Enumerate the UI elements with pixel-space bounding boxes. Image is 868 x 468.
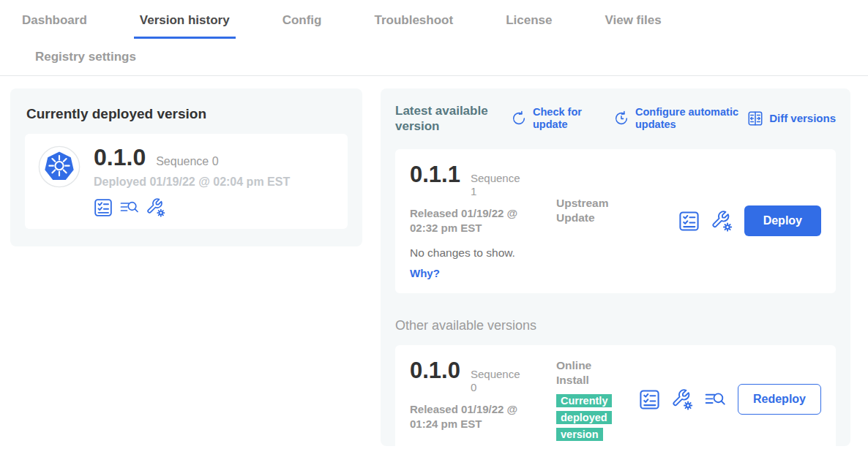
app-root: Dashboard Version history Config Trouble… bbox=[0, 0, 868, 468]
kubernetes-logo-icon bbox=[38, 146, 81, 188]
edit-config-icon[interactable] bbox=[672, 389, 693, 410]
other-versions-title: Other available versions bbox=[395, 318, 836, 333]
latest-version-actions: Deploy bbox=[678, 205, 821, 236]
edit-config-icon[interactable] bbox=[711, 211, 733, 232]
tab-troubleshoot[interactable]: Troubleshoot bbox=[368, 13, 459, 39]
latest-version-source: Upstream Update bbox=[556, 162, 644, 227]
currently-deployed-badge: Currently deployed version bbox=[556, 392, 616, 443]
latest-version-number: 0.1.1 bbox=[410, 162, 460, 187]
deployed-timestamp: Deployed 01/19/22 @ 02:04 pm EST bbox=[94, 176, 290, 189]
tab-dashboard[interactable]: Dashboard bbox=[16, 13, 93, 39]
redeploy-button[interactable]: Redeploy bbox=[738, 384, 821, 415]
deployed-version-card: 0.1.0 Sequence 0 Deployed 01/19/22 @ 02:… bbox=[25, 134, 348, 229]
other-version-info: 0.1.0 Sequence 0 Released 01/19/22 @ 01:… bbox=[410, 358, 556, 432]
tab-registry-settings[interactable]: Registry settings bbox=[29, 50, 868, 64]
other-sequence-label: Sequence 0 bbox=[471, 365, 525, 396]
latest-sequence-label: Sequence 1 bbox=[471, 169, 525, 200]
preflight-checks-icon[interactable] bbox=[678, 211, 700, 232]
currently-deployed-title: Currently deployed version bbox=[26, 106, 348, 122]
currently-deployed-panel: Currently deployed version bbox=[10, 88, 362, 246]
latest-version-info: 0.1.1 Sequence 1 Released 01/19/22 @ 02:… bbox=[410, 162, 556, 236]
nav-row-secondary: Registry settings bbox=[0, 39, 868, 75]
latest-released-timestamp: Released 01/19/22 @ 02:32 pm EST bbox=[410, 206, 546, 236]
why-link[interactable]: Why? bbox=[410, 267, 440, 279]
edit-config-icon[interactable] bbox=[146, 198, 165, 217]
latest-changes-note: No changes to show. bbox=[410, 246, 821, 260]
refresh-icon bbox=[511, 110, 527, 127]
check-for-update-link[interactable]: Check for update bbox=[511, 106, 594, 132]
other-version-number: 0.1.0 bbox=[410, 358, 460, 383]
auto-update-icon bbox=[613, 110, 629, 127]
preflight-checks-icon[interactable] bbox=[94, 198, 113, 217]
deployed-sequence-label: Sequence 0 bbox=[156, 155, 218, 168]
deploy-logs-icon[interactable] bbox=[705, 389, 726, 410]
tab-license[interactable]: License bbox=[500, 13, 558, 39]
diff-versions-link[interactable]: Diff versions bbox=[747, 110, 836, 127]
preflight-checks-icon[interactable] bbox=[639, 389, 660, 410]
other-version-actions: Redeploy bbox=[639, 384, 821, 415]
deployed-version-details: 0.1.0 Sequence 0 Deployed 01/19/22 @ 02:… bbox=[94, 146, 290, 217]
deploy-logs-icon[interactable] bbox=[120, 198, 139, 217]
diff-icon bbox=[747, 110, 763, 127]
deployed-version-actions bbox=[94, 198, 290, 217]
tab-view-files[interactable]: View files bbox=[599, 13, 667, 39]
available-versions-panel: Latest available version Check for updat… bbox=[381, 88, 850, 446]
tab-config[interactable]: Config bbox=[277, 13, 328, 39]
deploy-button[interactable]: Deploy bbox=[744, 205, 821, 236]
deployed-version-number: 0.1.0 bbox=[94, 146, 146, 170]
other-version-source-col: Online Install Currently deployed versio… bbox=[556, 358, 616, 443]
nav-row-primary: Dashboard Version history Config Trouble… bbox=[0, 0, 868, 39]
other-version-card: 0.1.0 Sequence 0 Released 01/19/22 @ 01:… bbox=[395, 345, 836, 455]
available-versions-header: Latest available version Check for updat… bbox=[395, 103, 836, 135]
other-version-source: Online Install bbox=[556, 358, 616, 388]
other-released-timestamp: Released 01/19/22 @ 01:24 pm EST bbox=[410, 402, 546, 432]
top-navigation: Dashboard Version history Config Trouble… bbox=[0, 0, 868, 76]
latest-version-card: 0.1.1 Sequence 1 Released 01/19/22 @ 02:… bbox=[395, 149, 836, 293]
latest-available-title: Latest available version bbox=[395, 103, 504, 135]
configure-automatic-updates-link[interactable]: Configure automatic updates bbox=[613, 106, 739, 132]
tab-version-history[interactable]: Version history bbox=[134, 13, 236, 39]
